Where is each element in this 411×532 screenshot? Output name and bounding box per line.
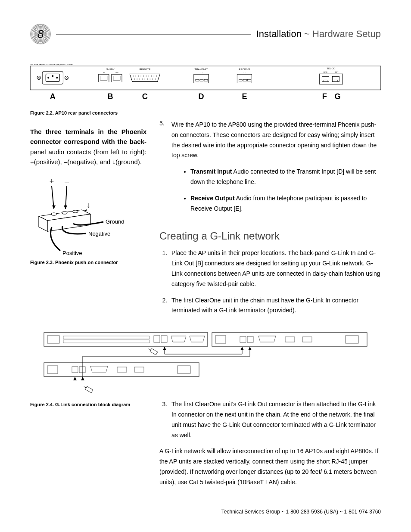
step-5: 5. Wire the AP10 to the AP800 using the …	[159, 120, 381, 220]
svg-rect-92	[47, 366, 58, 373]
svg-rect-85	[215, 336, 226, 343]
header-title-sep: ~	[302, 28, 312, 39]
svg-rect-44	[237, 74, 252, 83]
svg-rect-90	[346, 336, 358, 343]
svg-rect-55	[334, 80, 337, 81]
page-footer: Technical Services Group ~ 1-800-283-593…	[221, 509, 381, 515]
svg-text:G-LINK: G-LINK	[106, 68, 115, 71]
svg-text:+  -  ↓: + - ↓	[243, 72, 246, 74]
svg-rect-94	[79, 367, 85, 373]
block-diagram-svg	[30, 330, 381, 395]
figure-2-3: + – ↓	[30, 175, 146, 265]
svg-point-32	[147, 78, 148, 79]
svg-text:TELCO: TELCO	[327, 67, 335, 70]
phoenix-note-rest: panel audio contacts (from left to right…	[30, 148, 146, 165]
glink-heading: Creating a G-Link network	[159, 230, 381, 242]
svg-point-6	[56, 77, 58, 78]
svg-rect-97	[177, 366, 190, 373]
svg-marker-110	[81, 377, 84, 380]
svg-point-28	[137, 78, 137, 79]
figure-2-2: VOLTAGE RANGE 100-240V 3A FREQUENCY 50/6…	[30, 56, 381, 115]
svg-point-33	[149, 78, 150, 79]
svg-text:C: C	[142, 92, 148, 101]
svg-point-18	[135, 75, 136, 76]
svg-text:E: E	[242, 92, 247, 101]
svg-point-27	[134, 78, 135, 79]
svg-text:G: G	[334, 92, 340, 101]
svg-point-20	[140, 75, 141, 76]
svg-point-4	[47, 77, 49, 78]
svg-text:VOLTAGE RANGE 100-240V 3A FREQ: VOLTAGE RANGE 100-240V 3A FREQUENCY 50/6…	[30, 63, 73, 65]
svg-rect-40	[200, 79, 203, 81]
svg-point-25	[153, 75, 154, 76]
svg-rect-41	[204, 79, 208, 81]
svg-point-26	[156, 75, 157, 76]
svg-text:+: +	[50, 177, 54, 186]
svg-text:↓: ↓	[87, 201, 90, 209]
svg-rect-39	[196, 79, 199, 81]
bullet-transmit-bold: Transmit Input	[190, 168, 232, 175]
svg-rect-95	[117, 367, 127, 372]
svg-rect-93	[72, 367, 78, 373]
bullet-receive-bold: Receive Output	[190, 195, 235, 202]
svg-rect-96	[134, 367, 144, 372]
svg-rect-79	[47, 336, 59, 343]
svg-point-73	[62, 212, 67, 214]
header-title-light: Hardware Setup	[312, 28, 381, 39]
svg-text:Positive: Positive	[62, 250, 82, 256]
svg-point-35	[155, 78, 156, 79]
svg-rect-81	[63, 340, 149, 343]
svg-rect-14	[112, 74, 122, 82]
svg-text:F: F	[322, 92, 327, 101]
svg-text:B: B	[107, 92, 113, 101]
glink-paragraph: A G-Link network will allow interconnect…	[159, 446, 381, 487]
svg-rect-12	[99, 74, 109, 82]
glink-step-2: The first ClearOne unit in the chain mus…	[169, 296, 381, 316]
svg-marker-67	[52, 205, 56, 209]
svg-text:REMOTE: REMOTE	[139, 68, 150, 71]
svg-point-29	[139, 78, 140, 79]
header-title: Installation ~ Hardware Setup	[256, 28, 381, 40]
svg-rect-46	[243, 79, 246, 81]
svg-text:Ground: Ground	[106, 218, 124, 225]
phoenix-note-lead: The three terminals in the Phoenix conne…	[30, 128, 146, 145]
page-header: 8 Installation ~ Hardware Setup	[30, 24, 381, 44]
svg-rect-89	[302, 337, 312, 342]
rear-panel-svg: VOLTAGE RANGE 100-240V 3A FREQUENCY 50/6…	[30, 56, 381, 106]
svg-line-114	[84, 387, 86, 388]
svg-text:SET: SET	[335, 71, 339, 73]
figure-2-3-caption: Figure 2.3. Phoenix push-on connector	[30, 260, 146, 265]
svg-text:IN: IN	[103, 72, 105, 74]
figure-2-4	[30, 330, 381, 395]
step-5-number: 5.	[159, 120, 168, 220]
svg-marker-102	[240, 347, 244, 350]
svg-rect-45	[239, 79, 242, 81]
svg-point-22	[146, 75, 146, 76]
svg-text:D: D	[198, 92, 204, 101]
glink-step-1: Place the AP units in their proper locat…	[169, 248, 381, 289]
svg-marker-104	[248, 347, 252, 350]
svg-rect-53	[324, 80, 327, 81]
svg-text:Negative: Negative	[88, 230, 110, 237]
header-rule	[56, 34, 251, 34]
phoenix-svg: + – ↓	[30, 175, 146, 257]
svg-rect-47	[247, 79, 251, 81]
phoenix-note: The three terminals in the Phoenix conne…	[30, 127, 146, 167]
svg-rect-38	[194, 74, 209, 83]
svg-marker-99	[163, 347, 166, 350]
svg-marker-108	[73, 377, 77, 380]
svg-rect-111	[150, 348, 158, 355]
figure-2-4-caption: Figure 2.4. G-Link connection block diag…	[30, 402, 146, 407]
svg-point-74	[73, 210, 78, 213]
step-5-text: Wire the AP10 to the AP800 using the pro…	[171, 120, 381, 161]
header-title-strong: Installation	[256, 28, 302, 39]
svg-text:RECEIVE: RECEIVE	[239, 68, 250, 71]
svg-rect-83	[161, 336, 167, 342]
glink-step-3: The first ClearOne unit's G-Link Out con…	[169, 399, 381, 440]
svg-text:OUT: OUT	[115, 72, 119, 74]
svg-point-5	[52, 75, 53, 77]
svg-point-30	[142, 78, 143, 79]
svg-rect-80	[63, 336, 149, 339]
svg-point-72	[51, 213, 56, 215]
bullet-transmit: Transmit Input Audio connected to the Tr…	[190, 167, 381, 187]
